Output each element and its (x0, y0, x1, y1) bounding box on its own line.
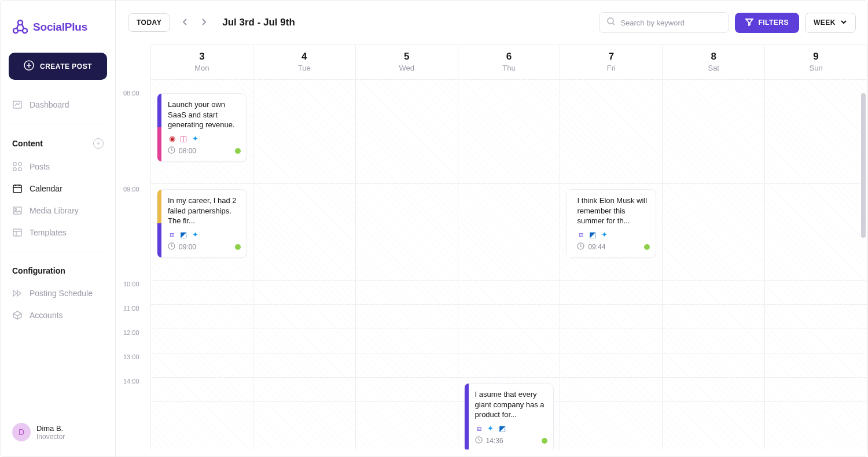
dashboard-icon (12, 99, 23, 110)
day-column-tue[interactable] (253, 79, 355, 449)
filter-icon (745, 18, 753, 28)
add-content-button[interactable]: + (93, 138, 104, 149)
svg-rect-10 (13, 207, 21, 214)
event-stripe (465, 384, 469, 449)
day-header-tue[interactable]: 4Tue (253, 45, 355, 79)
day-header-wed[interactable]: 5Wed (355, 45, 458, 79)
search-input[interactable] (620, 19, 722, 27)
filters-button[interactable]: FILTERS (735, 13, 799, 33)
sidebar-item-media[interactable]: Media Library (9, 200, 107, 222)
svg-rect-6 (19, 163, 21, 165)
mastodon-icon: ⧈ (577, 231, 585, 239)
twitter-icon: ✦ (487, 425, 495, 433)
create-post-label: CREATE POST (40, 62, 92, 71)
sidebar-item-schedule[interactable]: Posting Schedule (9, 282, 107, 304)
user-name: Dima B. (36, 424, 65, 433)
sidebar-item-dashboard[interactable]: Dashboard (9, 94, 107, 116)
sidebar-item-accounts[interactable]: Accounts (9, 304, 107, 326)
day-column-fri[interactable]: I think Elon Musk will remember this sum… (560, 79, 662, 449)
svg-point-13 (608, 18, 613, 24)
sidebar-item-label: Posting Schedule (30, 289, 93, 298)
linkedin-icon: ◩ (179, 231, 187, 239)
linkedin-icon: ◩ (589, 231, 597, 239)
date-range-title: Jul 3rd - Jul 9th (222, 17, 295, 28)
time-label: 08:00 (123, 90, 139, 97)
svg-rect-5 (13, 163, 16, 165)
svg-rect-8 (19, 168, 21, 171)
search-box[interactable] (599, 12, 729, 33)
event-card[interactable]: I think Elon Musk will remember this sum… (566, 189, 656, 258)
event-platforms: ⧈ ✦ ◩ (475, 425, 548, 433)
svg-rect-12 (13, 229, 21, 236)
scrollbar-thumb[interactable] (861, 93, 866, 238)
svg-point-0 (18, 20, 23, 25)
event-time: 09:44 (577, 242, 605, 252)
view-selector[interactable]: WEEK (805, 13, 856, 33)
sidebar-item-label: Posts (30, 162, 50, 171)
calendar-grid: 3Mon 4Tue 5Wed 6Thu 7Fri 8Sat 9Sun 08:00… (123, 45, 867, 456)
sidebar: SocialPlus CREATE POST Dashboard Content… (1, 1, 116, 456)
time-label: 12:00 (123, 329, 139, 336)
chevron-down-icon (840, 19, 847, 27)
clock-icon (168, 146, 175, 156)
brand-icon (11, 18, 30, 36)
time-label: 11:00 (123, 305, 139, 312)
event-text: Launch your own SaaS and start generatin… (168, 99, 241, 130)
svg-rect-4 (13, 101, 21, 108)
day-column-sat[interactable] (662, 79, 764, 449)
fast-forward-icon (12, 288, 23, 298)
day-header-thu[interactable]: 6Thu (458, 45, 560, 79)
day-column-wed[interactable] (355, 79, 458, 449)
event-text: I asume that every giant company has a p… (475, 389, 548, 420)
prev-week-button[interactable] (178, 15, 192, 31)
status-dot (235, 148, 241, 154)
day-header-fri[interactable]: 7Fri (560, 45, 662, 79)
day-column-thu[interactable]: I asume that every giant company has a p… (458, 79, 560, 449)
instagram-icon: ◫ (179, 135, 187, 143)
day-column-sun[interactable] (764, 79, 867, 449)
event-stripe (157, 190, 161, 257)
sidebar-item-label: Accounts (30, 311, 63, 320)
svg-point-1 (13, 28, 18, 33)
event-platforms: ◉ ◫ ✦ (168, 135, 241, 143)
main-content: TODAY Jul 3rd - Jul 9th FILTERS WEEK 3Mo… (116, 1, 867, 456)
divider (9, 124, 107, 124)
clock-icon (475, 436, 483, 445)
plus-circle-icon (24, 60, 34, 72)
sidebar-item-calendar[interactable]: Calendar (9, 178, 107, 200)
brand-name: SocialPlus (33, 21, 87, 34)
sidebar-item-templates[interactable]: Templates (9, 222, 107, 244)
event-card[interactable]: In my career, I had 2 failed partnership… (157, 189, 247, 258)
clock-icon (168, 242, 175, 252)
section-title: Configuration (12, 266, 65, 275)
next-week-button[interactable] (197, 15, 211, 31)
cube-icon (12, 310, 23, 320)
sidebar-item-label: Dashboard (30, 100, 69, 109)
create-post-button[interactable]: CREATE POST (9, 53, 107, 80)
day-header-mon[interactable]: 3Mon (150, 45, 253, 79)
event-text: I think Elon Musk will remember this sum… (577, 196, 650, 226)
twitter-icon: ✦ (600, 231, 608, 239)
twitter-icon: ✦ (191, 135, 199, 143)
content-section-header: Content + (9, 136, 107, 151)
day-header-sat[interactable]: 8Sat (662, 45, 764, 79)
today-button[interactable]: TODAY (128, 13, 170, 32)
status-dot (644, 244, 650, 250)
user-block[interactable]: D Dima B. Inovector (9, 419, 107, 445)
linkedin-icon: ◩ (498, 425, 506, 433)
grid-icon (12, 161, 23, 172)
event-stripe (567, 190, 571, 257)
day-headers: 3Mon 4Tue 5Wed 6Thu 7Fri 8Sat 9Sun (150, 45, 867, 79)
scrollbar[interactable] (861, 79, 866, 449)
day-header-sun[interactable]: 9Sun (764, 45, 867, 79)
svg-point-2 (23, 28, 27, 33)
divider (9, 252, 107, 252)
config-section-header: Configuration (9, 264, 107, 278)
image-icon (12, 205, 23, 216)
calendar-icon (12, 183, 23, 194)
filters-label: FILTERS (758, 19, 789, 27)
day-column-mon[interactable]: Launch your own SaaS and start generatin… (150, 79, 253, 449)
sidebar-item-posts[interactable]: Posts (9, 156, 107, 178)
event-card[interactable]: Launch your own SaaS and start generatin… (157, 93, 247, 162)
event-card[interactable]: I asume that every giant company has a p… (464, 383, 554, 449)
